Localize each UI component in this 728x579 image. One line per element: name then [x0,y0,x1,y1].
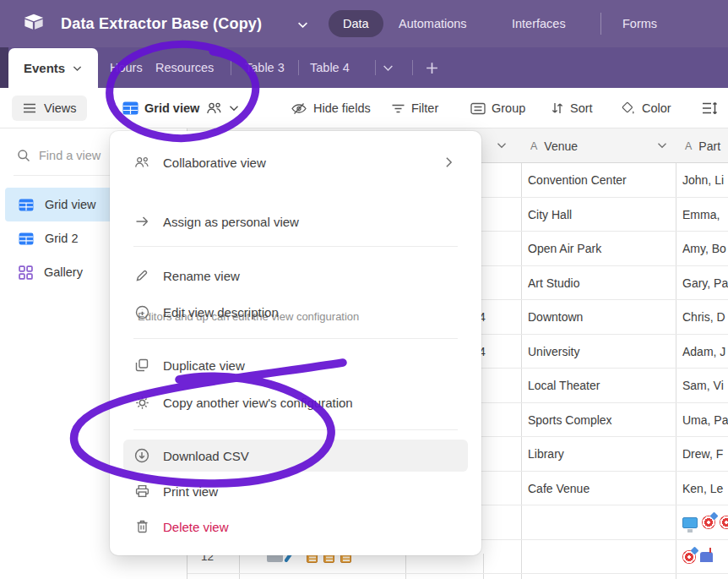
hamburger-icon [23,102,36,114]
printer-icon [135,484,149,498]
chevron-right-icon [445,156,453,168]
participants-cell[interactable]: Amy, Bo [682,232,728,265]
grid-view-icon [19,199,34,211]
dart-emoji [702,516,715,529]
venue-cell[interactable]: Convention Center [528,163,673,197]
menu-item-assign-personal-view[interactable]: Assign as personal view [123,209,468,234]
venue-cell[interactable]: University [528,335,673,369]
participants-cell[interactable]: Gary, Pa [682,266,728,300]
participants-cell[interactable] [682,540,713,574]
participants-cell[interactable]: Chris, D [682,300,728,334]
venue-cell[interactable]: Local Theater [528,369,673,402]
tab-hours[interactable]: Hours [110,47,143,88]
tab-events[interactable]: Events [8,48,98,88]
column-header-participants[interactable]: A Part [685,128,720,163]
menu-item-download-csv[interactable]: Download CSV [123,443,468,468]
trash-icon [136,520,149,533]
text-field-type-icon: A [530,140,537,152]
menu-divider [133,429,458,430]
duplicate-icon [135,358,149,372]
participants-cell[interactable]: Drew, F [682,437,728,471]
venue-cell[interactable]: Cafe Venue [528,472,673,505]
view-switcher-button[interactable]: Grid view [122,88,239,128]
menu-item-edit-view-description[interactable]: Edit view description [123,299,468,325]
venue-cell[interactable]: Library [528,437,673,471]
text-field-type-icon: A [685,140,692,152]
add-table-plus-icon[interactable] [425,61,439,75]
view-toolbar: Views Grid view Hide f [0,88,728,128]
menu-item-print-view[interactable]: Print view [123,478,468,504]
column-header-label: Part [698,139,720,153]
column-header-venue[interactable]: A Venue [530,128,578,163]
grid-view-icon [19,232,34,245]
collaborators-icon [133,156,150,169]
menu-item-delete-view[interactable]: Delete view [123,514,468,539]
sort-label: Sort [570,101,593,115]
sidebar-view-label: Grid view [45,198,95,211]
menu-item-label: Rename view [163,269,240,283]
menu-item-label: Duplicate view [163,358,245,373]
download-icon [134,448,149,463]
current-view-name: Grid view [144,101,199,115]
tab-table-4[interactable]: Table 4 [310,47,350,88]
venue-cell[interactable]: Sports Complex [528,403,673,437]
participants-cell[interactable]: John, Li [682,163,728,197]
top-nav-automations[interactable]: Automations [399,0,467,47]
app-bar: Data Extractor Base (Copy) Data Automati… [0,0,728,47]
view-options-menu: Collaborative view Editors and up can ed… [110,131,481,555]
tab-resources[interactable]: Resources [155,47,214,88]
top-nav-forms[interactable]: Forms [622,0,657,47]
participants-cell[interactable]: Emma, [682,198,728,232]
tab-events-chevron-down-icon[interactable] [73,65,82,72]
collaborators-icon [205,101,223,115]
venue-cell[interactable]: City Hall [528,198,673,232]
grid-view-icon [122,101,139,115]
participants-cell[interactable]: Sam, Vi [682,369,728,402]
nav-divider [600,13,601,35]
top-nav-interfaces[interactable]: Interfaces [512,0,566,47]
tab-list-chevron-down-icon[interactable] [383,64,394,72]
sort-button[interactable]: Sort [551,88,593,128]
menu-item-collaborative-view[interactable]: Collaborative view [123,150,468,175]
arrow-right-icon [135,216,149,227]
tab-divider [412,60,413,75]
participants-cell[interactable] [682,505,728,539]
column-menu-chevron-icon[interactable] [657,142,667,149]
menu-item-label: Edit view description [163,305,279,320]
views-button[interactable]: Views [12,96,87,121]
app-window: Data Extractor Base (Copy) Data Automati… [0,0,728,579]
menu-item-copy-view-configuration[interactable]: Copy another view's configuration [123,390,468,415]
participants-cell[interactable]: Adam, J [682,335,728,369]
venue-cell[interactable]: Art Studio [528,266,673,300]
app-logo-icon[interactable] [22,12,46,36]
participants-cell[interactable]: Uma, Pa [682,403,728,437]
top-nav-data[interactable]: Data [329,10,383,37]
sidebar-view-label: Gallery [44,265,83,279]
sort-icon [551,101,564,115]
tab-divider [231,60,231,75]
menu-item-rename-view[interactable]: Rename view [123,263,468,288]
dart-emoji [682,550,696,564]
menu-item-label: Collaborative view [163,156,266,170]
filter-icon [391,102,405,115]
venue-cell[interactable]: Downtown [528,300,673,334]
participants-cell[interactable]: Ken, Le [682,472,728,505]
venue-cell[interactable]: Open Air Park [528,232,673,265]
row-height-icon[interactable] [702,101,717,115]
paint-bucket-icon [619,101,636,116]
group-button[interactable]: Group [470,88,525,128]
menu-item-label: Copy another view's configuration [163,396,353,410]
color-button[interactable]: Color [619,88,671,128]
dart-emoji [720,516,728,529]
gear-icon [135,396,149,410]
base-title[interactable]: Data Extractor Base (Copy) [61,0,262,47]
filter-button[interactable]: Filter [391,88,438,128]
group-icon [470,102,486,115]
hide-fields-label: Hide fields [313,101,371,115]
menu-item-duplicate-view[interactable]: Duplicate view [123,352,468,378]
tab-table-3[interactable]: Table 3 [245,47,285,88]
base-title-chevron-down-icon[interactable] [297,21,308,29]
desktop-computer-emoji [682,517,698,528]
column-menu-chevron-icon[interactable] [497,142,507,149]
hide-fields-button[interactable]: Hide fields [291,88,371,128]
